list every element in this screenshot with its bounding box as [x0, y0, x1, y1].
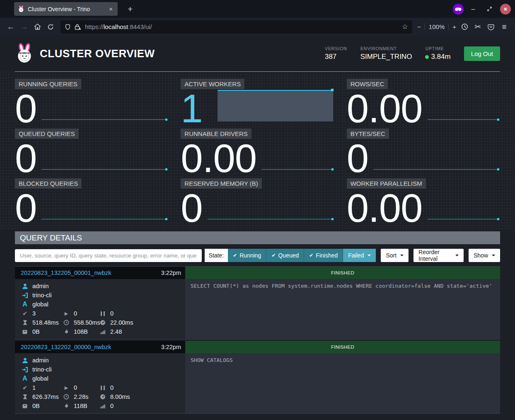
queued-splits: 0 [110, 310, 114, 317]
uptime-meta: UPTIME 3.84m [425, 46, 450, 61]
browser-tab[interactable]: Cluster Overview - Trino × [14, 2, 118, 16]
environment-label: ENVIRONMENT [360, 46, 412, 51]
window-maximize-button[interactable] [483, 2, 496, 16]
resource-group-icon: A [22, 301, 28, 308]
query-meta-panel: admin trino-cli Aglobal ✔1 ▶0 0 626.37ms… [15, 353, 185, 413]
query-list: 20220823_132205_00001_nwbzk 3:22pm FINIS… [15, 266, 500, 414]
sparkline-area-chart [218, 90, 333, 121]
version-meta: VERSION 387 [325, 46, 347, 61]
zoom-out-button[interactable]: − [417, 23, 421, 30]
sparkline [428, 219, 500, 219]
shield-icon[interactable] [65, 24, 71, 30]
tab-close-icon[interactable]: × [108, 5, 114, 12]
query-time: 3:22pm [161, 344, 181, 350]
query-status-bar: FINISHED [185, 267, 500, 279]
url-scheme: https:// [85, 23, 104, 30]
chevron-down-icon [492, 255, 495, 256]
chevron-down-icon [455, 255, 459, 256]
resource-group-icon: A [22, 375, 28, 382]
stat-value: 0 [15, 93, 36, 124]
query-filter-toolbar: State: ✔Running ✔Queued ✔Finished Failed… [15, 249, 500, 262]
stat-rows-sec: ROWS/SEC 0.00 [347, 76, 500, 126]
screenshot-scissors-icon[interactable]: ✂ [471, 20, 484, 34]
stat-runnable-drivers: RUNNABLE DRIVERS 0.00 [181, 126, 334, 175]
stat-value: 0 [15, 143, 36, 174]
query-time: 3:22pm [161, 269, 181, 276]
query-card: 20220823_132202_00000_nwbzk 3:22pm FINIS… [15, 341, 500, 414]
stat-bytes-sec: BYTES/SEC 0 [347, 126, 500, 175]
version-label: VERSION [325, 46, 347, 51]
running-splits-icon: ▶ [63, 385, 70, 391]
queued-time: 626.37ms [32, 393, 59, 400]
parallelism: 2.48 [110, 328, 122, 335]
completed-splits-icon: ✔ [22, 384, 28, 391]
history-clock-icon[interactable] [458, 20, 471, 34]
cluster-header: CLUSTER OVERVIEW VERSION 387 ENVIRONMENT… [15, 36, 500, 72]
elapsed-time: 558.50ms [74, 319, 100, 326]
clock-icon [63, 320, 70, 325]
show-dropdown[interactable]: Show [469, 249, 500, 262]
sparkline [428, 119, 500, 120]
reorder-interval-dropdown[interactable]: Reorder Interval [413, 249, 464, 262]
equalizer-icon [99, 403, 106, 409]
bookmark-star-icon[interactable]: ☆ [402, 22, 408, 31]
stat-label: RUNNING QUERIES [15, 79, 81, 89]
query-id-link[interactable]: 20220823_132205_00001_nwbzk [21, 269, 111, 276]
stat-label: WORKER PARALLELISM [347, 178, 426, 189]
stat-value: 0.00 [347, 93, 423, 124]
query-status-label: FINISHED [331, 270, 354, 275]
check-icon: ✔ [271, 252, 276, 258]
logout-button[interactable]: Log Out [464, 46, 500, 61]
current-memory: 0B [32, 328, 40, 335]
url-host: localhost [104, 23, 128, 30]
stat-label: ACTIVE WORKERS [181, 79, 244, 89]
chevron-down-icon [400, 255, 404, 256]
stat-value: 0 [347, 143, 368, 174]
tab-title: Cluster Overview - Trino [28, 6, 104, 12]
stat-reserved-memory: RESERVED MEMORY (B) 0 [181, 175, 334, 225]
elapsed-time: 2.28s [74, 393, 88, 400]
sign-in-icon [22, 367, 28, 373]
window-minimize-button[interactable]: – [468, 5, 479, 13]
chevron-down-icon [368, 255, 371, 256]
trino-page: CLUSTER OVERVIEW VERSION 387 ENVIRONMENT… [0, 36, 515, 420]
menu-hamburger-icon[interactable]: ≡ [498, 20, 511, 34]
filter-failed-dropdown[interactable]: Failed [343, 249, 376, 262]
reload-button[interactable] [44, 20, 57, 34]
query-status-label: FINISHED [331, 345, 354, 350]
stat-value: 0 [181, 193, 202, 224]
zoom-level[interactable]: 100% [429, 23, 445, 30]
lock-warning-icon[interactable] [74, 24, 82, 30]
query-sql-preview[interactable]: SHOW CATALOGS [185, 353, 500, 413]
forward-button[interactable]: → [17, 20, 31, 34]
query-sql-preview[interactable]: SELECT COUNT(*) as nodes FROM system.run… [185, 279, 500, 339]
new-tab-button[interactable]: + [124, 4, 136, 14]
environment-meta: ENVIRONMENT SIMPLE_TRINO [360, 46, 412, 61]
cluster-stats-section: RUNNING QUERIES 0 ACTIVE WORKERS 1 ROWS/… [0, 72, 515, 229]
stat-value: 1 [181, 93, 202, 124]
scale-icon [22, 403, 28, 409]
queued-splits-icon [99, 386, 106, 390]
sort-dropdown[interactable]: Sort [381, 249, 409, 262]
stat-worker-parallelism: WORKER PARALLELISM 0.00 [347, 175, 500, 225]
url-bar[interactable]: https://localhost:8443/ui/ ☆ [60, 20, 412, 34]
back-button[interactable]: ← [4, 20, 17, 34]
window-close-button[interactable]: × [500, 4, 511, 15]
query-resource-group: global [32, 301, 48, 308]
query-card: 20220823_132205_00001_nwbzk 3:22pm FINIS… [15, 267, 500, 340]
pocket-icon[interactable] [484, 20, 498, 34]
check-icon: ✔ [233, 252, 237, 258]
stat-label: RUNNABLE DRIVERS [181, 129, 251, 139]
zoom-in-button[interactable]: + [452, 23, 456, 30]
stat-active-workers: ACTIVE WORKERS 1 [181, 76, 334, 126]
filter-queued-button[interactable]: ✔Queued [266, 249, 304, 262]
version-value: 387 [325, 53, 347, 61]
zoom-controls: − 100% + [417, 23, 456, 30]
query-source: trino-cli [32, 366, 52, 373]
filter-finished-button[interactable]: ✔Finished [304, 249, 343, 262]
home-button[interactable] [31, 20, 44, 34]
sparkline [41, 219, 167, 219]
query-search-input[interactable] [15, 249, 202, 262]
filter-running-button[interactable]: ✔Running [228, 249, 266, 262]
query-id-link[interactable]: 20220823_132202_00000_nwbzk [21, 344, 111, 350]
